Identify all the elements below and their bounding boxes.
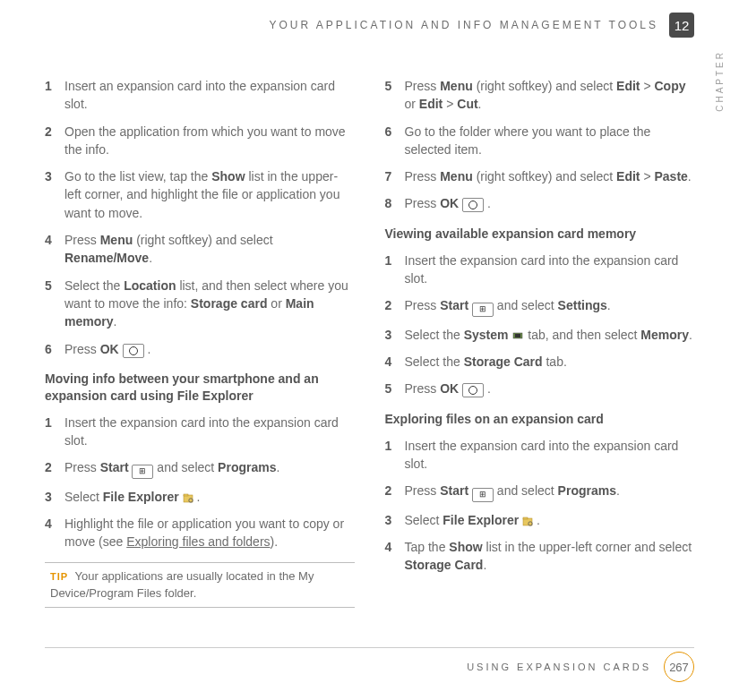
page-header: YOUR APPLICATION AND INFO MANAGEMENT TOO… bbox=[45, 13, 694, 38]
step-item: 4Highlight the file or application you w… bbox=[45, 515, 355, 551]
step-item: 7Press Menu (right softkey) and select E… bbox=[385, 167, 695, 185]
step-text: Press Menu (right softkey) and select Ed… bbox=[405, 77, 695, 114]
step-text: Press Start ⊞ and select Programs. bbox=[405, 482, 695, 502]
step-item: 4Press Menu (right softkey) and select R… bbox=[45, 231, 355, 268]
svg-rect-4 bbox=[515, 334, 520, 337]
step-number: 5 bbox=[45, 277, 64, 331]
step-number: 6 bbox=[45, 340, 64, 358]
step-text: Select the System tab, and then select M… bbox=[405, 326, 695, 344]
step-number: 1 bbox=[45, 77, 64, 114]
file-explorer-icon bbox=[522, 516, 533, 526]
step-number: 2 bbox=[45, 123, 64, 159]
section-heading: Moving info between your smartphone and … bbox=[45, 371, 355, 405]
tip-text: Your applications are usually located in… bbox=[50, 569, 314, 600]
step-number: 4 bbox=[385, 538, 405, 575]
memory-icon bbox=[511, 331, 524, 340]
step-text: Insert the expansion card into the expan… bbox=[405, 252, 695, 288]
step-text: Insert the expansion card into the expan… bbox=[64, 414, 355, 450]
step-item: 2Open the application from which you wan… bbox=[45, 123, 355, 159]
section-heading: Exploring files on an expansion card bbox=[385, 411, 695, 428]
step-number: 4 bbox=[45, 231, 64, 268]
step-item: 4Tap the Show list in the upper-left cor… bbox=[385, 538, 695, 575]
step-number: 3 bbox=[45, 167, 64, 222]
step-text: Go to the folder where you want to place… bbox=[405, 123, 695, 159]
svg-rect-6 bbox=[523, 517, 528, 519]
right-column: 5Press Menu (right softkey) and select E… bbox=[385, 77, 695, 608]
step-text: Press OK . bbox=[405, 194, 695, 212]
step-item: 8Press OK . bbox=[385, 194, 695, 212]
step-number: 2 bbox=[385, 296, 405, 317]
tip-label: TIP bbox=[50, 571, 68, 582]
step-number: 7 bbox=[385, 167, 405, 185]
page-footer: USING EXPANSION CARDS 267 bbox=[467, 652, 694, 682]
file-explorer-icon bbox=[183, 492, 193, 503]
step-item: 1Insert an expansion card into the expan… bbox=[45, 77, 355, 114]
page-number: 267 bbox=[664, 652, 694, 682]
step-item: 6Press OK . bbox=[45, 340, 355, 358]
step-number: 6 bbox=[385, 123, 405, 159]
step-text: Press Menu (right softkey) and select Re… bbox=[64, 231, 355, 268]
step-item: 2Press Start ⊞ and select Settings. bbox=[385, 296, 695, 317]
step-item: 1Insert the expansion card into the expa… bbox=[385, 252, 695, 288]
step-text: Select File Explorer . bbox=[405, 511, 695, 529]
step-item: 3Select the System tab, and then select … bbox=[385, 326, 695, 344]
step-text: Tap the Show list in the upper-left corn… bbox=[405, 538, 695, 575]
tip-box: TIP Your applications are usually locate… bbox=[45, 562, 355, 609]
step-text: Press OK . bbox=[405, 380, 695, 397]
step-text: Press Menu (right softkey) and select Ed… bbox=[405, 167, 695, 185]
section-heading: Viewing available expansion card memory bbox=[385, 226, 695, 243]
step-item: 3Select File Explorer . bbox=[385, 511, 695, 529]
step-text: Press Start ⊞ and select Programs. bbox=[64, 458, 355, 479]
step-number: 8 bbox=[385, 194, 405, 212]
step-text: Select the Storage Card tab. bbox=[405, 353, 695, 371]
step-text: Open the application from which you want… bbox=[64, 123, 355, 159]
footer-rule bbox=[45, 647, 694, 648]
step-number: 5 bbox=[385, 77, 405, 114]
start-key-icon: ⊞ bbox=[472, 488, 494, 502]
header-title: YOUR APPLICATION AND INFO MANAGEMENT TOO… bbox=[269, 19, 658, 31]
step-item: 1Insert the expansion card into the expa… bbox=[45, 414, 355, 450]
step-text: Press OK . bbox=[64, 340, 355, 358]
step-text: Go to the list view, tap the Show list i… bbox=[64, 167, 355, 222]
ok-key-icon bbox=[123, 344, 144, 358]
step-number: 3 bbox=[45, 488, 64, 506]
step-item: 2Press Start ⊞ and select Programs. bbox=[385, 482, 695, 502]
ok-key-icon bbox=[462, 198, 484, 212]
step-item: 2Press Start ⊞ and select Programs. bbox=[45, 458, 355, 479]
step-number: 4 bbox=[45, 515, 64, 551]
step-item: 4Select the Storage Card tab. bbox=[385, 353, 695, 371]
step-number: 3 bbox=[385, 511, 405, 529]
step-text: Insert an expansion card into the expans… bbox=[64, 77, 355, 114]
step-number: 1 bbox=[385, 437, 405, 474]
step-number: 3 bbox=[385, 326, 405, 344]
ok-key-icon bbox=[462, 383, 484, 397]
step-text: Press Start ⊞ and select Settings. bbox=[405, 296, 695, 317]
start-key-icon: ⊞ bbox=[132, 465, 153, 479]
step-number: 1 bbox=[45, 414, 64, 450]
step-text: Insert the expansion card into the expan… bbox=[405, 437, 695, 474]
footer-section-label: USING EXPANSION CARDS bbox=[467, 662, 651, 672]
left-column: 1Insert an expansion card into the expan… bbox=[45, 77, 355, 608]
step-text: Highlight the file or application you wa… bbox=[64, 515, 355, 551]
step-number: 4 bbox=[385, 353, 405, 371]
step-item: 3Go to the list view, tap the Show list … bbox=[45, 167, 355, 222]
step-item: 6Go to the folder where you want to plac… bbox=[385, 123, 695, 159]
chapter-label-vertical: CHAPTER bbox=[715, 50, 725, 112]
step-item: 3Select File Explorer . bbox=[45, 488, 355, 506]
step-text: Select File Explorer . bbox=[64, 488, 355, 506]
step-number: 2 bbox=[385, 482, 405, 502]
step-text: Select the Location list, and then selec… bbox=[64, 277, 355, 331]
start-key-icon: ⊞ bbox=[472, 303, 494, 317]
chapter-number-badge: 12 bbox=[669, 13, 694, 38]
step-item: 5Press OK . bbox=[385, 380, 695, 397]
step-item: 1Insert the expansion card into the expa… bbox=[385, 437, 695, 474]
step-item: 5Select the Location list, and then sele… bbox=[45, 277, 355, 331]
step-item: 5Press Menu (right softkey) and select E… bbox=[385, 77, 695, 114]
step-number: 5 bbox=[385, 380, 405, 397]
svg-rect-1 bbox=[184, 494, 188, 496]
step-number: 2 bbox=[45, 458, 64, 479]
step-number: 1 bbox=[385, 252, 405, 288]
